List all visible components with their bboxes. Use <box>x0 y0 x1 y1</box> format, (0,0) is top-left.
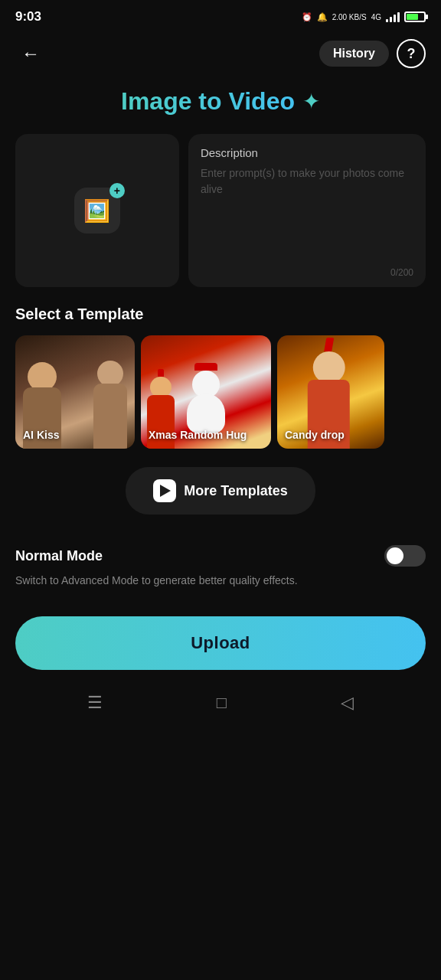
network-type: 4G <box>371 13 381 21</box>
template-card-xmas-hug[interactable]: Xmas Random Hug <box>141 335 271 449</box>
mode-label: Normal Mode <box>15 548 103 564</box>
mode-toggle[interactable] <box>384 545 426 567</box>
upload-icon-wrapper: 🖼️ + <box>74 188 120 234</box>
status-icons: ⏰ 🔔 2.00 KB/S 4G <box>302 11 426 22</box>
description-area[interactable]: Description Enter prompt(s) to make your… <box>188 134 426 287</box>
template-card-candy-drop[interactable]: Candy drop <box>277 335 384 449</box>
header-right: History ? <box>319 39 426 68</box>
template-label-ai-kiss: AI Kiss <box>23 429 59 441</box>
page-title: Image to Video <box>121 87 295 116</box>
plus-badge: + <box>109 183 125 198</box>
back-arrow-icon: ← <box>21 43 40 64</box>
image-icon: 🖼️ <box>83 198 110 224</box>
upload-button[interactable]: Upload <box>15 616 426 670</box>
page-title-section: Image to Video ✦ <box>0 80 441 134</box>
mode-section: Normal Mode Switch to Advanced Mode to g… <box>15 545 426 601</box>
bottom-nav: ☰ □ ◁ <box>0 682 441 728</box>
template-label-xmas-hug: Xmas Random Hug <box>149 429 247 441</box>
alarm-icon: ⏰ <box>302 12 312 22</box>
upload-button-section: Upload <box>15 616 426 670</box>
template-grid: AI Kiss Xmas Random Hug <box>15 335 426 449</box>
description-placeholder: Enter prompt(s) to make your photos come… <box>201 165 413 275</box>
status-bar: 9:03 ⏰ 🔔 2.00 KB/S 4G <box>0 0 441 31</box>
template-section-title: Select a Template <box>15 305 426 323</box>
menu-icon[interactable]: ☰ <box>87 693 103 713</box>
bell-icon: 🔔 <box>317 12 328 22</box>
history-button[interactable]: History <box>319 41 389 67</box>
sparkle-icon: ✦ <box>302 89 320 114</box>
back-nav-icon[interactable]: ◁ <box>341 693 354 713</box>
image-upload-area[interactable]: 🖼️ + <box>15 134 179 287</box>
play-triangle-icon <box>160 485 171 497</box>
status-time: 9:03 <box>15 9 41 24</box>
battery-icon <box>404 11 426 22</box>
header: ← History ? <box>0 31 441 80</box>
char-count: 0/200 <box>390 267 413 278</box>
template-section: Select a Template AI Kiss <box>15 305 426 449</box>
home-icon[interactable]: □ <box>217 693 227 713</box>
template-label-candy-drop: Candy drop <box>285 429 345 441</box>
help-button[interactable]: ? <box>397 39 426 68</box>
description-label: Description <box>201 146 413 159</box>
more-templates-button[interactable]: More Templates <box>126 467 315 514</box>
signal-icon <box>386 11 400 22</box>
back-button[interactable]: ← <box>15 38 46 69</box>
more-templates-section: More Templates <box>15 467 426 514</box>
more-templates-label: More Templates <box>184 483 288 499</box>
toggle-knob <box>387 547 403 564</box>
video-icon <box>153 479 176 502</box>
template-card-ai-kiss[interactable]: AI Kiss <box>15 335 135 449</box>
mode-description: Switch to Advanced Mode to generate bett… <box>15 574 298 586</box>
input-section: 🖼️ + Description Enter prompt(s) to make… <box>15 134 426 287</box>
network-speed: 2.00 KB/S <box>332 13 367 21</box>
mode-row: Normal Mode <box>15 545 426 567</box>
